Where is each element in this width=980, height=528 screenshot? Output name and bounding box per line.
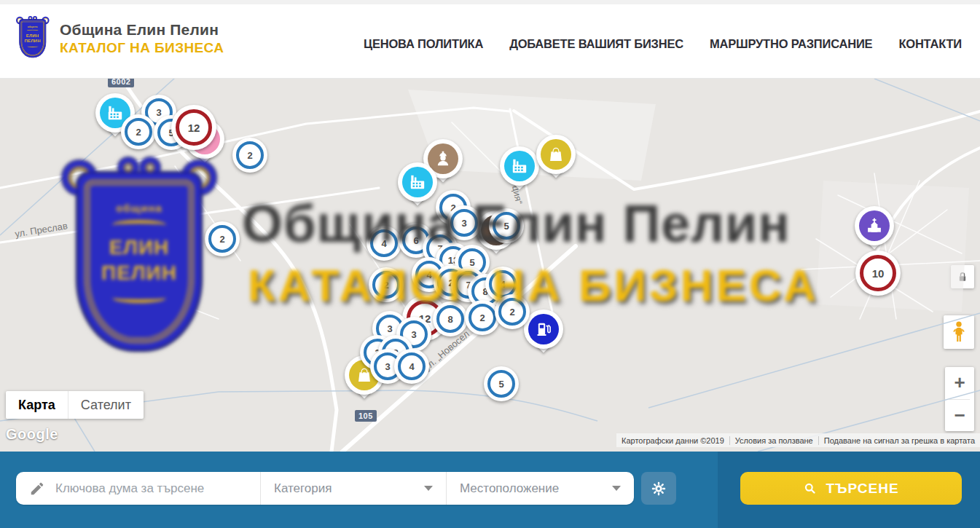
search-submit-button[interactable]: ТЪРСЕНЕ bbox=[740, 472, 962, 505]
map-type-control: Карта Сателит bbox=[6, 391, 144, 419]
nav-route-schedule[interactable]: МАРШРУТНО РАЗПИСАНИЕ bbox=[710, 37, 872, 51]
nav-pricing-policy[interactable]: ЦЕНОВА ПОЛИТИКА bbox=[364, 37, 483, 51]
fuel-pin[interactable] bbox=[524, 310, 563, 359]
fuel-icon bbox=[528, 314, 559, 344]
map-type-satellite-button[interactable]: Сателит bbox=[68, 391, 144, 419]
cluster-marker[interactable]: 2 bbox=[232, 138, 267, 173]
location-dropdown[interactable]: Местоположение bbox=[446, 472, 634, 505]
search-icon bbox=[803, 481, 817, 495]
gear-icon bbox=[651, 481, 667, 497]
cluster-marker[interactable]: 2 bbox=[205, 221, 240, 256]
keyword-search-input[interactable] bbox=[55, 481, 245, 496]
location-dropdown-label: Местоположение bbox=[460, 481, 559, 496]
cluster-marker[interactable]: 10 bbox=[855, 251, 901, 296]
cluster-marker[interactable]: 2 bbox=[495, 294, 530, 329]
advanced-settings-button[interactable] bbox=[641, 472, 676, 505]
nav-contacts[interactable]: КОНТАКТИ bbox=[898, 37, 962, 51]
cluster-marker[interactable]: 12 bbox=[171, 105, 216, 150]
cluster-marker[interactable]: 8 bbox=[433, 302, 468, 336]
cluster-marker[interactable]: 4 bbox=[366, 226, 401, 261]
site-logo[interactable]: община ЕЛИН ПЕЛИН Община Елин Пелин КАТА… bbox=[16, 16, 224, 61]
factory-icon bbox=[504, 151, 535, 181]
site-title: Община Елин Пелин bbox=[60, 21, 224, 39]
map-type-map-button[interactable]: Карта bbox=[6, 391, 68, 419]
cluster-marker[interactable]: 4 bbox=[394, 349, 429, 384]
search-pill: Категория Местоположение bbox=[16, 472, 634, 505]
church-icon bbox=[859, 210, 890, 241]
cluster-marker[interactable]: 5 bbox=[489, 208, 524, 243]
cluster-marker[interactable]: 5 bbox=[484, 366, 519, 401]
shopping-bag-icon bbox=[541, 139, 571, 170]
church-pin[interactable] bbox=[855, 206, 894, 256]
pencil-icon bbox=[29, 481, 45, 497]
cluster-marker[interactable]: 2 bbox=[121, 114, 156, 149]
keyword-segment bbox=[16, 472, 260, 505]
map-attribution: Картографски данни ©2019Условия за ползв… bbox=[616, 433, 980, 447]
header: община ЕЛИН ПЕЛИН Община Елин Пелин КАТА… bbox=[0, 0, 980, 79]
chevron-down-icon bbox=[612, 486, 621, 491]
terms-of-use-link[interactable]: Условия за ползване bbox=[729, 436, 818, 445]
category-dropdown[interactable]: Категория bbox=[260, 472, 446, 505]
main-nav: ЦЕНОВА ПОЛИТИКАДОБАВЕТЕ ВАШИЯТ БИЗНЕСМАР… bbox=[364, 4, 962, 83]
shopping-bag-pin[interactable] bbox=[536, 135, 576, 184]
nav-add-business[interactable]: ДОБАВЕТЕ ВАШИЯТ БИЗНЕС bbox=[509, 37, 683, 51]
attribution-copyright: Картографски данни ©2019 bbox=[616, 436, 729, 445]
chevron-down-icon bbox=[424, 486, 433, 491]
municipality-crest-logo: община ЕЛИН ПЕЛИН bbox=[16, 16, 50, 61]
report-map-error-link[interactable]: Подаване на сигнал за грешка в картата bbox=[818, 436, 980, 445]
search-bar: Категория Местоположение bbox=[0, 452, 980, 528]
cluster-marker[interactable]: 2 bbox=[369, 267, 404, 302]
google-map[interactable]: ул. Преславбул. „Новоселция“6002105 3251… bbox=[0, 79, 980, 452]
search-submit-label: ТЪРСЕНЕ bbox=[826, 481, 898, 497]
cluster-marker[interactable]: 2 bbox=[465, 300, 500, 335]
factory-icon bbox=[402, 167, 433, 197]
map-markers: 325122223546713524278412822333834510 bbox=[0, 79, 980, 452]
factory-pin[interactable] bbox=[398, 162, 437, 212]
factory-pin[interactable] bbox=[500, 146, 539, 196]
google-logo[interactable]: Google bbox=[6, 426, 58, 443]
site-subtitle: КАТАЛОГ НА БИЗНЕСА bbox=[60, 40, 224, 56]
category-dropdown-label: Категория bbox=[274, 481, 332, 496]
